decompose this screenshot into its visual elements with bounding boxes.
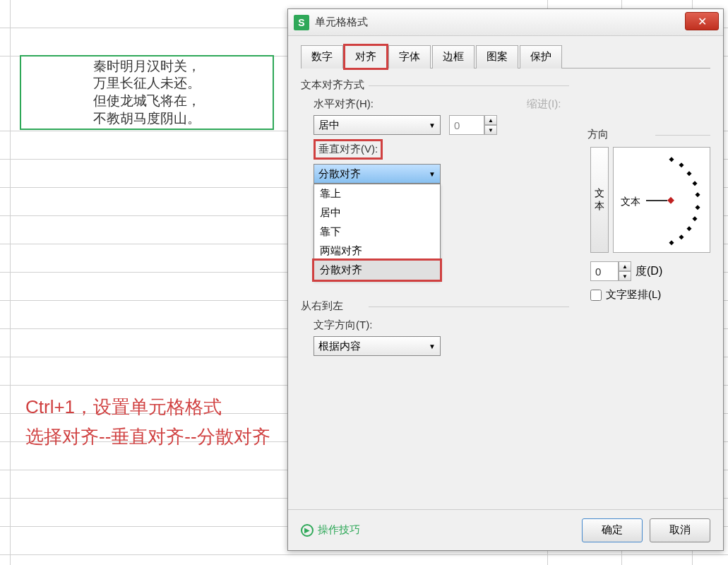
tab-strip: 数字 对齐 字体 边框 图案 保护	[301, 44, 710, 69]
option-distribute[interactable]: 分散对齐	[312, 258, 442, 282]
vertical-align-label: 垂直对齐(V):	[314, 139, 383, 160]
tab-pattern[interactable]: 图案	[476, 45, 518, 69]
text-direction-label: 文字方向(T):	[314, 319, 377, 332]
tips-link[interactable]: ▶ 操作技巧	[301, 523, 360, 537]
tab-border[interactable]: 边框	[432, 45, 475, 69]
svg-rect-8	[679, 234, 684, 239]
degree-spinner[interactable]: ▲ ▼	[590, 261, 631, 281]
horizontal-align-label: 水平对齐(H):	[314, 97, 377, 111]
poem-line: 不教胡马度阴山。	[27, 110, 267, 128]
instruction-text: Ctrl+1，设置单元格格式 选择对齐--垂直对齐--分散对齐	[25, 393, 270, 451]
tab-number[interactable]: 数字	[301, 45, 343, 69]
indent-spinner[interactable]: ▲ ▼	[449, 115, 497, 135]
play-icon: ▶	[301, 524, 314, 537]
poem-line: 但使龙城飞将在，	[27, 93, 267, 110]
svg-rect-4	[695, 192, 700, 197]
title-bar: S 单元格格式 ✕	[288, 9, 723, 36]
ok-button[interactable]: 确定	[582, 518, 643, 542]
cell-format-dialog: S 单元格格式 ✕ 数字 对齐 字体 边框 图案 保护 文本对齐方式 水平对齐(…	[287, 8, 724, 551]
text-alignment-group: 文本对齐方式 水平对齐(H): 缩进(I): 居中 ▼ ▲	[301, 78, 569, 184]
indent-input[interactable]	[449, 115, 484, 135]
group-title: 文本对齐方式	[301, 78, 569, 92]
orientation-arc[interactable]: 文本	[613, 147, 710, 253]
tab-align[interactable]: 对齐	[345, 45, 387, 69]
svg-rect-7	[686, 226, 691, 231]
poem-line: 万里长征人未还。	[27, 75, 267, 93]
option-center[interactable]: 居中	[314, 203, 440, 222]
dialog-footer: ▶ 操作技巧 确定 取消	[288, 509, 723, 550]
indent-label: 缩进(I):	[527, 97, 569, 111]
group-title: 方向	[587, 128, 710, 141]
chevron-down-icon: ▼	[429, 170, 436, 178]
vertical-text-checkbox-label: 文字竖排(L)	[606, 288, 661, 302]
degree-label: 度(D)	[635, 264, 662, 279]
vertical-text-button[interactable]: 文本	[590, 147, 609, 253]
svg-rect-0	[669, 157, 674, 162]
tab-font[interactable]: 字体	[388, 45, 431, 69]
svg-rect-1	[679, 162, 684, 167]
svg-rect-5	[695, 205, 700, 210]
group-title: 从右到左	[301, 299, 569, 313]
direction-group: 方向 文本 文本	[590, 128, 710, 302]
option-bottom[interactable]: 靠下	[314, 222, 440, 242]
svg-rect-2	[686, 171, 691, 176]
cancel-button[interactable]: 取消	[650, 518, 710, 542]
svg-rect-10	[667, 197, 674, 204]
horizontal-align-combo[interactable]: 居中 ▼	[314, 115, 441, 135]
spinner-up-icon[interactable]: ▲	[619, 261, 631, 271]
spinner-down-icon[interactable]: ▼	[619, 271, 631, 281]
degree-input[interactable]	[590, 261, 619, 281]
text-direction-combo[interactable]: 根据内容 ▼	[314, 336, 441, 356]
option-justify[interactable]: 两端对齐	[314, 242, 440, 261]
chevron-down-icon: ▼	[429, 121, 436, 129]
svg-rect-9	[669, 240, 674, 245]
poem-line: 秦时明月汉时关，	[27, 58, 267, 76]
close-button[interactable]: ✕	[685, 12, 719, 30]
svg-rect-3	[692, 181, 697, 186]
vertical-align-combo[interactable]: 分散对齐 ▼	[314, 164, 441, 184]
vertical-text-checkbox[interactable]	[590, 290, 602, 301]
svg-rect-6	[692, 216, 697, 221]
vertical-align-dropdown: 靠上 居中 靠下 两端对齐 分散对齐	[314, 184, 441, 280]
chevron-down-icon: ▼	[429, 343, 436, 350]
rtl-group: 从右到左 文字方向(T): 根据内容 ▼	[301, 299, 569, 356]
tab-protect[interactable]: 保护	[520, 45, 562, 69]
app-icon: S	[294, 15, 309, 30]
option-top[interactable]: 靠上	[314, 184, 440, 203]
spinner-up-icon[interactable]: ▲	[484, 115, 497, 125]
dialog-title: 单元格格式	[315, 16, 368, 29]
selected-cell[interactable]: 秦时明月汉时关， 万里长征人未还。 但使龙城飞将在， 不教胡马度阴山。	[20, 55, 274, 130]
spinner-down-icon[interactable]: ▼	[484, 125, 497, 135]
